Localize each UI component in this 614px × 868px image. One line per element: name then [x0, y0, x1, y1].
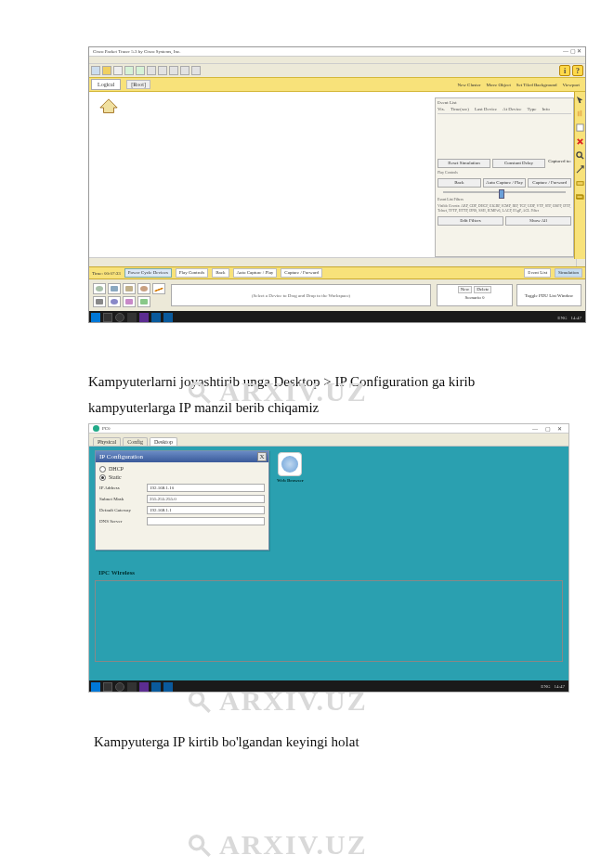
- simple-pdu-icon[interactable]: [576, 179, 584, 188]
- paste-icon[interactable]: [147, 66, 156, 75]
- routers-category-icon[interactable]: [93, 283, 106, 294]
- search-taskbar-icon[interactable]: [103, 313, 112, 322]
- zoom-in-icon[interactable]: [180, 66, 189, 75]
- save-file-icon[interactable]: [113, 66, 123, 75]
- cortana-icon[interactable]: [115, 313, 124, 322]
- help-button[interactable]: ?: [572, 65, 583, 76]
- play-speed-slider[interactable]: [443, 191, 566, 193]
- pdu-list-toggle[interactable]: Toggle PDU List Window: [516, 284, 581, 306]
- svg-point-10: [190, 836, 203, 849]
- custom-devices-category-icon[interactable]: [123, 296, 136, 307]
- dhcp-radio[interactable]: [99, 466, 106, 473]
- subnet-mask-label: Subnet Mask: [99, 497, 144, 501]
- app-taskbar-icon[interactable]: [139, 313, 149, 322]
- pc-window-title: PC0: [102, 426, 111, 431]
- back-button[interactable]: Back: [438, 178, 481, 188]
- simulation-mode-button[interactable]: Simulation: [555, 268, 582, 278]
- static-radio[interactable]: [99, 474, 106, 481]
- hubs-category-icon[interactable]: [123, 283, 136, 294]
- show-all-button[interactable]: Show All: [505, 216, 571, 226]
- ipc-wireless-label[interactable]: IPC Wireless: [98, 569, 135, 577]
- move-object-button[interactable]: Move Object: [485, 83, 513, 87]
- tray-time[interactable]: 14:47: [555, 684, 565, 689]
- multiuser-category-icon[interactable]: [137, 296, 150, 307]
- set-tiled-bg-button[interactable]: Set Tiled Background: [515, 83, 559, 87]
- connections-category-icon[interactable]: [152, 283, 165, 294]
- horizontal-scrollbar[interactable]: [89, 257, 576, 266]
- device-list[interactable]: (Select a Device to Drag and Drop to the…: [171, 284, 431, 306]
- undo-icon[interactable]: [158, 66, 167, 75]
- zoom-out-icon[interactable]: [191, 66, 201, 75]
- start-button-icon[interactable]: [91, 682, 100, 692]
- tray-time[interactable]: 14:47: [571, 316, 581, 320]
- play-controls-group: Play Controls: [176, 268, 208, 278]
- watermark-text: ARXIV.UZ: [219, 829, 368, 861]
- switches-category-icon[interactable]: [108, 283, 121, 294]
- reset-simulation-button[interactable]: Reset Simulation: [438, 159, 490, 168]
- edge-taskbar-icon[interactable]: [151, 313, 161, 322]
- new-file-icon[interactable]: [91, 66, 100, 75]
- print-icon[interactable]: [124, 66, 134, 75]
- tray-lang[interactable]: ENG: [541, 684, 550, 689]
- cortana-icon[interactable]: [115, 682, 124, 692]
- ip-config-close-button[interactable]: X: [257, 452, 267, 461]
- play-controls-label: Play Controls: [438, 170, 571, 175]
- ip-address-input[interactable]: 192.168.1.10: [147, 484, 265, 492]
- delete-tool-icon[interactable]: [576, 137, 584, 146]
- edit-filters-button[interactable]: Edit Filters: [438, 216, 503, 226]
- event-list-toggle[interactable]: Event List: [524, 268, 551, 278]
- delete-scenario-button[interactable]: Delete: [474, 286, 491, 293]
- resize-tool-icon[interactable]: [576, 165, 584, 174]
- info-button[interactable]: i: [559, 65, 570, 76]
- constant-delay-checkbox[interactable]: Constant Delay: [492, 159, 545, 168]
- svg-line-11: [202, 849, 210, 856]
- app-titlebar: Cisco Packet Tracer 5.3 by Cisco Systems…: [89, 47, 585, 57]
- window-controls[interactable]: — ▢ ✕: [532, 425, 565, 432]
- explorer-taskbar-icon[interactable]: [163, 682, 173, 692]
- auto-capture-play-button[interactable]: Auto Capture / Play: [483, 178, 527, 188]
- main-toolbar: [89, 64, 585, 77]
- edge-taskbar-icon[interactable]: [151, 682, 161, 692]
- task-view-icon[interactable]: [127, 682, 137, 692]
- open-file-icon[interactable]: [102, 66, 111, 75]
- explorer-taskbar-icon[interactable]: [163, 313, 173, 322]
- copy-icon[interactable]: [136, 66, 145, 75]
- start-button-icon[interactable]: [91, 313, 100, 322]
- web-browser-app[interactable]: Web Browser: [277, 452, 304, 483]
- back-sim-button[interactable]: Back: [212, 268, 229, 278]
- tab-config[interactable]: Config: [123, 437, 148, 446]
- pc-window-titlebar: PC0 — ▢ ✕: [89, 424, 568, 434]
- auto-capture-button[interactable]: Auto Capture / Play: [233, 268, 278, 278]
- tab-desktop[interactable]: Desktop: [150, 437, 177, 446]
- navigate-back-icon[interactable]: [98, 97, 119, 114]
- wireless-category-icon[interactable]: [137, 283, 150, 294]
- note-tool-icon[interactable]: [576, 123, 584, 132]
- tray-lang[interactable]: ENG: [557, 316, 567, 320]
- complex-pdu-icon[interactable]: [576, 193, 584, 201]
- subnet-mask-input[interactable]: 255.255.255.0: [147, 495, 265, 503]
- capture-forward-button[interactable]: Capture / Forward: [528, 178, 571, 188]
- power-cycle-button[interactable]: Power Cycle Devices: [124, 268, 172, 278]
- inspect-tool-icon[interactable]: [576, 151, 584, 160]
- new-scenario-button[interactable]: New: [458, 286, 472, 293]
- select-tool-icon[interactable]: [576, 96, 584, 104]
- menubar[interactable]: [89, 57, 585, 64]
- dns-server-input[interactable]: [147, 517, 265, 525]
- app-taskbar-icon[interactable]: [139, 682, 149, 692]
- body-paragraph-2: Kampyuterga IP kirtib bo'lgandan keyingi…: [94, 730, 577, 756]
- capture-forward-sim-button[interactable]: Capture / Forward: [281, 268, 322, 278]
- default-gateway-input[interactable]: 192.168.1.1: [147, 506, 265, 514]
- task-view-icon[interactable]: [127, 313, 137, 322]
- search-taskbar-icon[interactable]: [103, 682, 112, 692]
- new-cluster-button[interactable]: New Cluster: [455, 83, 482, 87]
- pc-icon: [93, 425, 99, 432]
- logical-tab[interactable]: Logical: [91, 79, 121, 90]
- tab-physical[interactable]: Physical: [93, 437, 121, 446]
- viewport-button[interactable]: Viewport: [560, 83, 581, 87]
- hand-tool-icon[interactable]: [576, 110, 584, 118]
- window-controls[interactable]: — ▢ ✕: [563, 47, 581, 54]
- end-devices-category-icon[interactable]: [93, 296, 106, 307]
- wan-emulation-category-icon[interactable]: [108, 296, 121, 307]
- root-breadcrumb[interactable]: [Root]: [126, 80, 150, 89]
- redo-icon[interactable]: [169, 66, 178, 75]
